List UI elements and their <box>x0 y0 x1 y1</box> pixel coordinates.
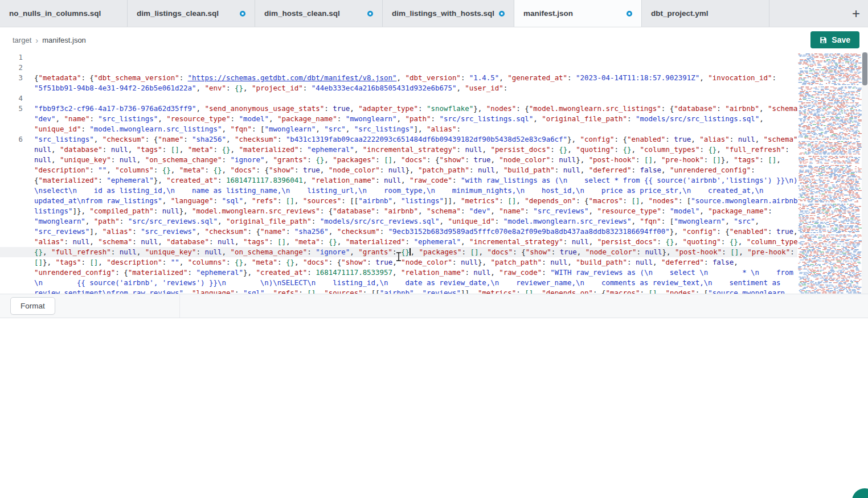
tab-dim-listings-with-hosts-sql[interactable]: dim_listings_with_hosts.sql <box>383 0 514 27</box>
unsaved-changes-icon[interactable] <box>499 11 505 17</box>
code-line[interactable]: "unique_id": "model.mwonglearn.src_listi… <box>0 124 868 134</box>
line-number <box>0 247 23 257</box>
code-line[interactable]: \nselect\n id as listing_id,\n name as l… <box>0 186 868 196</box>
unsaved-changes-icon[interactable] <box>367 11 373 17</box>
app-root: no_nulls_in_columns.sqldim_listings_clea… <box>0 0 868 498</box>
line-number <box>0 227 23 237</box>
code-text: "unique_id": "model.mwonglearn.src_listi… <box>34 124 461 134</box>
line-number: 4 <box>0 93 23 104</box>
line-number <box>0 124 23 134</box>
scrollbar-thumb[interactable] <box>862 52 867 85</box>
code-text: \n {{ source('airbnb', 'reviews') }}\n \… <box>34 278 780 288</box>
new-tab-button[interactable]: + <box>852 7 860 20</box>
line-number <box>0 216 23 227</box>
code-line[interactable]: "unrendered_config": {"materialized": "e… <box>0 267 868 278</box>
floppy-disk-icon <box>820 36 827 44</box>
code-text: {}, "full_refresh": null, "unique_key": … <box>34 247 795 257</box>
line-number <box>0 165 23 175</box>
line-number: 6 <box>0 134 23 145</box>
code-text: review_sentiment\nfrom raw_reviews", "la… <box>34 288 785 294</box>
tab-label: dim_listings_clean.sql <box>137 9 219 18</box>
code-text: {"metadata": {"dbt_schema_version": "htt… <box>34 73 776 83</box>
line-number: 2 <box>0 63 23 73</box>
line-number <box>0 196 23 206</box>
line-number <box>0 288 23 294</box>
code-lines: 123{"metadata": {"dbt_schema_version": "… <box>0 52 868 294</box>
code-text: listings"]}, "compiled_path": null}, "mo… <box>34 206 772 216</box>
tab-label: dbt_project.yml <box>651 9 709 18</box>
code-line[interactable]: 5"fbb9f3c2-cf96-4a17-b736-976a62d35ff9",… <box>0 104 868 114</box>
code-line[interactable]: null, "unique_key": null, "on_schema_cha… <box>0 155 868 165</box>
unsaved-changes-icon[interactable] <box>627 11 632 17</box>
code-text: null, "unique_key": null, "on_schema_cha… <box>34 155 781 165</box>
line-number <box>0 267 23 278</box>
code-line[interactable]: "mwonglearn", "path": "src/src_reviews.s… <box>0 216 868 227</box>
line-number <box>0 175 23 186</box>
line-number: 3 <box>0 73 23 83</box>
minimap[interactable] <box>797 52 862 294</box>
tab-dbt-project-yml[interactable]: dbt_project.yml <box>642 0 769 27</box>
bottom-toolbar: Format <box>0 294 868 318</box>
code-line[interactable]: updated_at\nfrom raw_listings", "languag… <box>0 196 868 206</box>
tab-dim-listings-clean-sql[interactable]: dim_listings_clean.sql <box>128 0 255 27</box>
code-text: "src_listings", "checksum": {"name": "sh… <box>34 134 802 145</box>
line-number <box>0 145 23 155</box>
line-number <box>0 278 23 288</box>
code-line[interactable]: "dev", "name": "src_listings", "resource… <box>0 114 868 124</box>
code-line[interactable]: "5f51bb91-94b8-4e31-94f2-26b5e061d22a", … <box>0 83 868 93</box>
breadcrumb-folder[interactable]: target <box>13 36 31 44</box>
code-line[interactable]: review_sentiment\nfrom raw_reviews", "la… <box>0 288 868 294</box>
unsaved-changes-icon[interactable] <box>240 11 245 17</box>
save-button-label: Save <box>832 35 850 44</box>
scrollbar[interactable] <box>862 52 868 294</box>
code-text: "src_reviews"], "alias": "src_reviews", … <box>34 227 798 237</box>
tab-label: dim_hosts_clean.sql <box>264 9 340 18</box>
line-number <box>0 186 23 196</box>
code-text: "alias": null, "schema": null, "database… <box>34 237 810 247</box>
code-text: updated_at\nfrom raw_listings", "languag… <box>34 196 802 206</box>
line-number <box>0 206 23 216</box>
code-editor[interactable]: 123{"metadata": {"dbt_schema_version": "… <box>0 52 868 294</box>
save-button[interactable]: Save <box>810 31 859 48</box>
tab-manifest-json[interactable]: manifest.json <box>514 0 642 27</box>
tab-label: dim_listings_with_hosts.sql <box>392 9 494 18</box>
line-number <box>0 114 23 124</box>
code-line[interactable]: listings"]}, "compiled_path": null}, "mo… <box>0 206 868 216</box>
line-number <box>0 155 23 165</box>
tab-label: manifest.json <box>523 9 573 18</box>
code-line[interactable]: 6"src_listings", "checksum": {"name": "s… <box>0 134 868 145</box>
chevron-right-icon: › <box>35 35 38 45</box>
line-number <box>0 257 23 267</box>
code-text: null, "database": null, "tags": [], "met… <box>34 145 789 155</box>
line-number <box>0 237 23 247</box>
line-number <box>0 83 23 93</box>
tab-bar: no_nulls_in_columns.sqldim_listings_clea… <box>0 0 868 27</box>
code-text: "dev", "name": "src_listings", "resource… <box>34 114 764 124</box>
code-line[interactable]: []}, "tags": [], "description": "", "col… <box>0 257 868 267</box>
tab-bar-spacer: + <box>769 0 868 27</box>
code-line[interactable]: "description": "", "columns": {}, "meta"… <box>0 165 868 175</box>
tab-dim-hosts-clean-sql[interactable]: dim_hosts_clean.sql <box>255 0 383 27</box>
code-line[interactable]: {}, "full_refresh": null, "unique_key": … <box>0 247 868 257</box>
code-text: "5f51bb91-94b8-4e31-94f2-26b5e061d22a", … <box>34 83 507 93</box>
tab-no-nulls-in-columns-sql[interactable]: no_nulls_in_columns.sql <box>0 0 128 27</box>
breadcrumb-file: manifest.json <box>42 36 86 44</box>
code-line[interactable]: null, "database": null, "tags": [], "met… <box>0 145 868 155</box>
code-line[interactable]: "alias": null, "schema": null, "database… <box>0 237 868 247</box>
code-text: []}, "tags": [], "description": "", "col… <box>34 257 738 267</box>
line-number: 1 <box>0 52 23 63</box>
code-line[interactable]: \n {{ source('airbnb', 'reviews') }}\n \… <box>0 278 868 288</box>
code-line[interactable]: 3{"metadata": {"dbt_schema_version": "ht… <box>0 73 868 83</box>
results-panel <box>0 318 868 498</box>
code-line[interactable]: 4 <box>0 93 868 104</box>
panel-divider <box>179 294 180 318</box>
code-line[interactable]: 1 <box>0 52 868 63</box>
code-text: \nselect\n id as listing_id,\n name as l… <box>34 186 763 196</box>
code-text: {"materialized": "ephemeral"}, "created_… <box>34 175 797 186</box>
code-line[interactable]: 2 <box>0 63 868 73</box>
format-button[interactable]: Format <box>10 297 55 315</box>
tab-label: no_nulls_in_columns.sql <box>9 9 101 18</box>
code-line[interactable]: "src_reviews"], "alias": "src_reviews", … <box>0 227 868 237</box>
code-line[interactable]: {"materialized": "ephemeral"}, "created_… <box>0 175 868 186</box>
line-number: 5 <box>0 104 23 114</box>
